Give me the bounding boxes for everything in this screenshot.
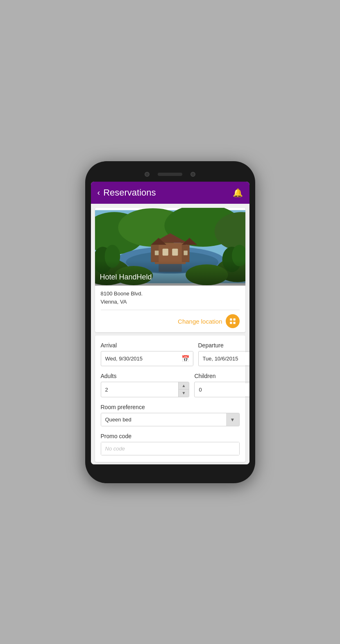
children-group: Children ▲ ▼ [194, 373, 249, 397]
phone-top-bar [91, 169, 249, 180]
phone-camera [145, 172, 150, 177]
svg-rect-18 [172, 248, 178, 255]
svg-rect-29 [233, 322, 235, 324]
adults-group: Adults ▲ ▼ [101, 373, 190, 397]
phone-screen: ‹ Reservations 🔔 [91, 182, 249, 464]
back-button[interactable]: ‹ [97, 188, 100, 197]
phone-shell: ‹ Reservations 🔔 [85, 161, 255, 483]
promo-code-input[interactable] [101, 442, 239, 455]
arrival-departure-row: Arrival 📅 Departure 📅 [101, 342, 240, 366]
adults-children-row: Adults ▲ ▼ Children [101, 373, 240, 397]
hotel-card: Hotel HandHeld 8100 Boone Blvd. Vienna, … [95, 208, 245, 333]
arrival-input[interactable] [101, 352, 178, 365]
room-preference-input[interactable] [101, 413, 226, 426]
scroll-content: Hotel HandHeld 8100 Boone Blvd. Vienna, … [91, 204, 249, 464]
departure-label: Departure [198, 342, 249, 349]
arrival-group: Arrival 📅 [101, 342, 193, 366]
change-location-icon[interactable] [226, 314, 240, 328]
adults-increment[interactable]: ▲ [179, 382, 189, 390]
change-location-row[interactable]: Change location [95, 310, 245, 332]
svg-rect-20 [184, 250, 187, 255]
change-location-text[interactable]: Change location [178, 318, 222, 325]
svg-rect-27 [233, 318, 235, 320]
notification-icon[interactable]: 🔔 [233, 188, 243, 198]
arrival-calendar-icon[interactable]: 📅 [178, 351, 193, 366]
departure-input-wrapper[interactable]: 📅 [198, 351, 249, 366]
room-preference-label: Room preference [101, 404, 240, 410]
promo-code-label: Promo code [101, 433, 240, 439]
departure-input[interactable] [199, 352, 249, 365]
hotel-address-line2: Vienna, VA [101, 298, 240, 306]
room-preference-group: Room preference ▼ [101, 404, 240, 426]
adults-label: Adults [101, 373, 190, 379]
svg-rect-26 [230, 318, 232, 320]
hotel-name: Hotel HandHeld [95, 261, 245, 286]
form-card: Arrival 📅 Departure 📅 [95, 336, 245, 462]
svg-rect-17 [162, 248, 168, 255]
adults-input[interactable] [101, 383, 178, 396]
header-left: ‹ Reservations [97, 187, 156, 198]
children-input[interactable] [195, 383, 249, 396]
hotel-address-line1: 8100 Boone Blvd. [101, 290, 240, 298]
page-title: Reservations [103, 187, 156, 198]
promo-code-input-wrapper[interactable] [101, 442, 240, 455]
room-preference-dropdown[interactable]: ▼ [101, 413, 240, 426]
arrival-input-wrapper[interactable]: 📅 [101, 351, 193, 366]
app-header: ‹ Reservations 🔔 [91, 182, 249, 204]
children-input-wrapper[interactable]: ▲ ▼ [194, 382, 249, 397]
arrival-label: Arrival [101, 342, 193, 349]
adults-spinner[interactable]: ▲ ▼ [178, 382, 189, 397]
svg-rect-19 [154, 250, 158, 255]
adults-decrement[interactable]: ▼ [179, 390, 189, 397]
room-preference-arrow[interactable]: ▼ [226, 413, 239, 426]
departure-group: Departure 📅 [198, 342, 249, 366]
children-label: Children [194, 373, 249, 379]
phone-camera-right [190, 172, 195, 177]
adults-input-wrapper[interactable]: ▲ ▼ [101, 382, 190, 397]
promo-code-group: Promo code [101, 433, 240, 455]
hotel-image-container: Hotel HandHeld [95, 208, 245, 286]
svg-rect-28 [230, 322, 232, 324]
hotel-address: 8100 Boone Blvd. Vienna, VA [95, 286, 245, 310]
phone-speaker [158, 173, 182, 176]
